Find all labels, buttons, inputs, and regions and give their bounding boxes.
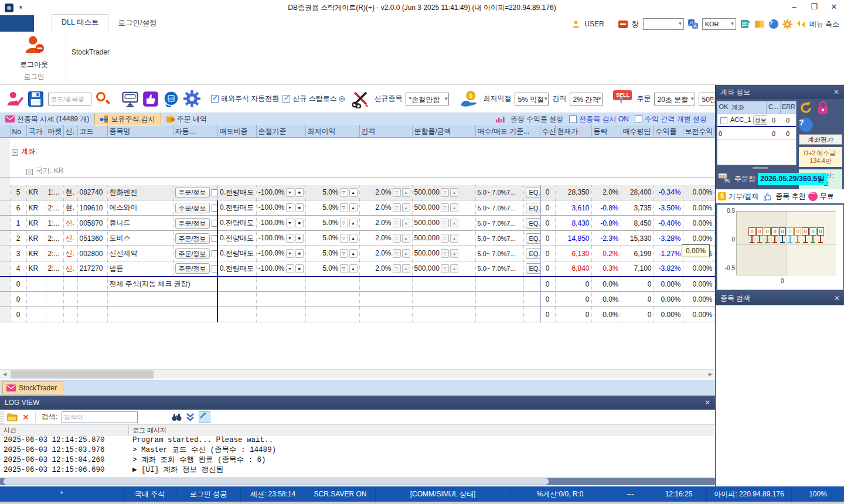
order-info-button[interactable]: 주문/정보 (175, 233, 210, 244)
spin-up-icon[interactable]: ▲ (349, 188, 358, 197)
spin-down-icon[interactable]: ▽ (340, 234, 348, 243)
stop-icon[interactable]: ■ (295, 219, 304, 227)
grid-hscrollbar[interactable]: ◀ ▶ (0, 369, 715, 379)
recommend-yield-settings[interactable]: 권장 수익률 설정 (511, 114, 564, 124)
maximize-button[interactable]: ❐ (804, 1, 824, 15)
spin-up-icon[interactable]: ▲ (349, 203, 358, 212)
free-label[interactable]: 무료 (820, 192, 834, 202)
logout-button[interactable]: 로그아웃 (15, 35, 53, 70)
account-eval-button[interactable]: 계좌평가 (799, 134, 842, 145)
spin-down-icon[interactable]: ▽ (393, 203, 401, 212)
spin-down-icon[interactable]: ▼ (286, 219, 294, 227)
scroll-left-icon[interactable]: ◀ (0, 370, 9, 379)
stock-code-input[interactable] (48, 93, 91, 105)
refresh-icon[interactable] (799, 101, 813, 115)
spin-down-icon[interactable]: ▽ (393, 249, 401, 258)
grid-header-신.[interactable]: 신. (63, 126, 77, 138)
grid-header-국가[interactable]: 국가 (26, 126, 46, 138)
spin-down-icon[interactable]: ▼ (286, 188, 294, 197)
grid-header-현재가[interactable]: 현재가 (555, 126, 591, 138)
stocktrader-label[interactable]: StockTrader (72, 48, 110, 56)
close-icon[interactable]: ✕ (833, 88, 839, 96)
grid-header-매수평단[interactable]: 매수평단 (621, 126, 654, 138)
open-folder-icon[interactable] (7, 413, 18, 421)
spin-down-icon[interactable]: ▽ (441, 188, 449, 197)
spin-up-icon[interactable]: ▲ (402, 264, 410, 273)
recommend-label[interactable]: 종목 추천 (775, 192, 805, 202)
spin-up-icon[interactable]: ▲ (402, 219, 410, 227)
grid-header-indicator[interactable] (0, 126, 10, 138)
spin-up-icon[interactable]: ▲ (349, 264, 358, 273)
order-info-button[interactable]: 주문/정보 (175, 218, 210, 229)
manual-book-icon[interactable] (754, 20, 765, 29)
spin-down-icon[interactable]: ▽ (340, 219, 348, 227)
log-row[interactable]: 2025-06-03 12:15:03.976> Master 코드 수신 (종… (0, 445, 715, 455)
min-profit-select[interactable]: 5% 익절 (515, 93, 549, 105)
tab-order-history[interactable]: 주문 내역 (161, 113, 212, 125)
spin-up-icon[interactable]: ▲ (349, 219, 358, 227)
order-info-button[interactable]: 주문/정보 (175, 187, 210, 197)
spin-up-icon[interactable]: ▲ (450, 249, 458, 258)
row-checkbox[interactable] (212, 235, 217, 242)
scroll-thumb[interactable] (4, 478, 549, 485)
log-row[interactable]: 2025-06-03 12:15:06.690▶ [UI] 계좌 정보 갱신됨 (0, 465, 715, 475)
language-select[interactable]: KOR (702, 18, 736, 30)
thumbs-up-icon[interactable] (142, 91, 159, 107)
row-checkbox[interactable] (212, 250, 217, 257)
order-info-button[interactable]: 주문/정보 (175, 263, 210, 274)
spin-up-icon[interactable]: ▲ (349, 249, 358, 258)
order-window-label[interactable]: 주문창 (734, 174, 755, 184)
close-button[interactable]: ✕ (824, 1, 844, 15)
spin-up-icon[interactable]: ▲ (450, 203, 458, 212)
spin-down-icon[interactable]: ▽ (340, 188, 348, 197)
group-row[interactable]: −국가: KR (10, 165, 714, 178)
tab-login-settings[interactable]: 로그인/설정 (108, 15, 166, 32)
spin-up-icon[interactable]: ▲ (450, 219, 458, 227)
spin-down-icon[interactable]: ▽ (393, 264, 401, 273)
user-label[interactable]: USER (584, 20, 604, 28)
file-menu-button[interactable] (0, 15, 34, 32)
scroll-to-bottom-icon[interactable] (186, 413, 195, 421)
log-hscrollbar[interactable] (0, 478, 715, 485)
account-row-2[interactable]: 0 0 0 (717, 127, 796, 140)
tab-dll-test[interactable]: DLL 테스트 (52, 14, 108, 32)
account-info-button[interactable]: 정보 (753, 115, 767, 125)
grid-header-자동...[interactable]: 자동... (173, 126, 217, 138)
grid-header-매도비중[interactable]: 매도비중 (217, 126, 256, 138)
stop-icon[interactable]: ■ (295, 188, 304, 197)
watch-all-checkbox[interactable]: 전종목 감시 ON (569, 114, 629, 124)
spin-up-icon[interactable]: ▲ (450, 188, 458, 197)
close-icon[interactable]: ✕ (834, 294, 840, 302)
tab-stocktrader-doc[interactable]: StockTrader (2, 382, 63, 394)
auto-gear-icon[interactable] (183, 90, 200, 107)
grid-header-No[interactable]: No (10, 126, 26, 138)
log-col-message[interactable]: 로그 메시지 (129, 425, 715, 435)
grid-header-보전수익[interactable]: 보전수익 (683, 126, 714, 138)
menu-collapse-label[interactable]: 메뉴 축소 (809, 19, 839, 29)
grid-header-수익률[interactable]: 수익률 (654, 126, 683, 138)
spin-up-icon[interactable]: ▲ (349, 234, 358, 243)
order-info-button[interactable]: 주문/정보 (175, 203, 210, 213)
spin-down-icon[interactable]: ▼ (286, 234, 294, 243)
grid-header-코드[interactable]: 코드 (77, 126, 107, 138)
spin-down-icon[interactable]: ▽ (340, 203, 348, 212)
log-row[interactable]: 2025-06-03 12:14:25.870Program started..… (0, 435, 715, 445)
contacts-icon[interactable] (740, 19, 750, 29)
row-checkbox[interactable] (212, 265, 217, 273)
spin-down-icon[interactable]: ▽ (340, 249, 348, 258)
stop-icon[interactable]: ■ (295, 264, 304, 273)
eq-button[interactable]: EQ. (526, 263, 540, 274)
resize-handle[interactable] (753, 167, 768, 169)
tab-holdings-watch[interactable]: 보유주식.감시 (94, 113, 161, 125)
stop-icon[interactable]: ■ (295, 249, 304, 258)
new-stoploss-checkbox[interactable]: 신규 스탑로스 ◎ (283, 94, 345, 104)
grid-header-등락[interactable]: 등락 (591, 126, 621, 138)
collapse-icon[interactable]: − (12, 149, 18, 156)
log-row[interactable]: 2025-06-03 12:15:04.260> 계좌 조회 수행 완료 (종목… (0, 455, 715, 465)
spin-down-icon[interactable]: ▽ (441, 264, 449, 273)
spin-down-icon[interactable]: ▼ (286, 264, 294, 273)
help-icon[interactable]: ? (799, 118, 813, 132)
donate-label[interactable]: 기부/결제 (729, 192, 758, 202)
spin-down-icon[interactable]: ▼ (286, 203, 294, 212)
stop-icon[interactable]: ■ (295, 234, 304, 243)
